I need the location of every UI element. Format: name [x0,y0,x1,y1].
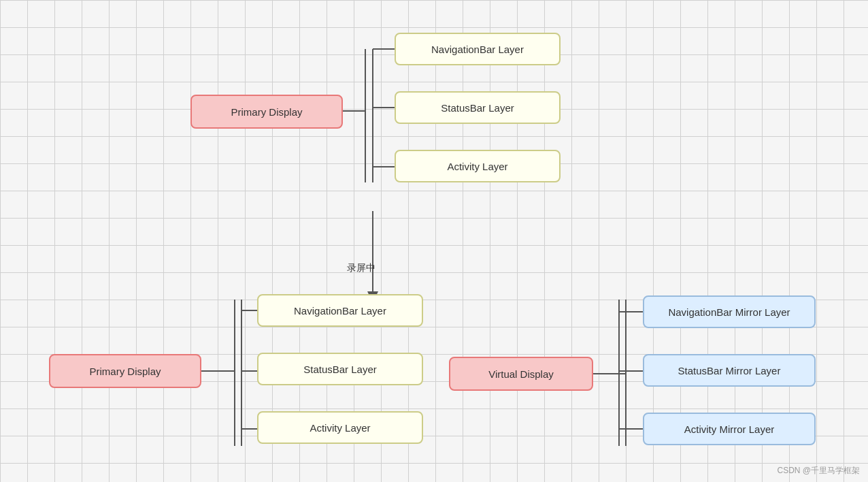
arrow-label: 录屏中 [347,262,375,274]
diagram-container: Primary Display NavigationBar Layer Stat… [0,0,868,482]
statusbar-mirror-layer: StatusBar Mirror Layer [643,354,816,387]
navigationbar-mirror-layer: NavigationBar Mirror Layer [643,295,816,328]
activity-mirror-layer: Activity Mirror Layer [643,413,816,445]
primary-display-top: Primary Display [190,95,343,129]
activity-layer-bottom: Activity Layer [257,411,423,444]
statusbar-layer-bottom: StatusBar Layer [257,353,423,385]
navigationbar-layer-bottom: NavigationBar Layer [257,294,423,327]
virtual-display: Virtual Display [449,357,593,391]
svg-overlay [0,0,868,482]
watermark: CSDN @千里马学框架 [777,465,860,477]
activity-layer-top: Activity Layer [395,150,561,182]
statusbar-layer-top: StatusBar Layer [395,91,561,124]
navigationbar-layer-top: NavigationBar Layer [395,33,561,65]
primary-display-bottom: Primary Display [49,354,201,388]
